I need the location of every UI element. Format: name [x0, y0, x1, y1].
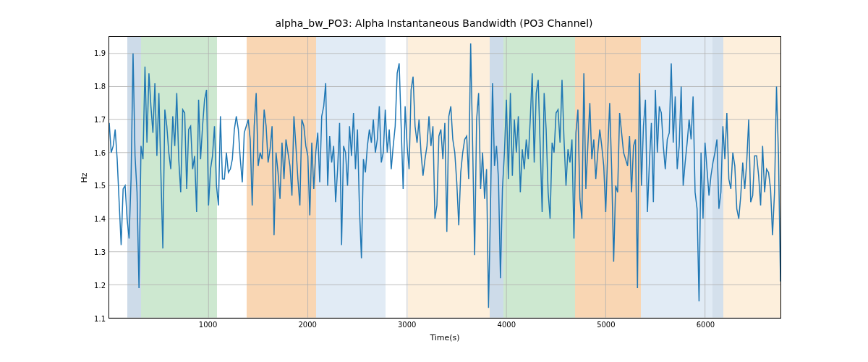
x-tick-label: 3000 — [398, 321, 416, 329]
y-tick-label: 1.7 — [77, 115, 106, 123]
data-line — [109, 37, 780, 318]
y-tick-label: 1.5 — [77, 182, 106, 190]
y-tick-label: 1.2 — [77, 282, 106, 290]
y-tick-label: 1.4 — [77, 215, 106, 223]
y-tick-label: 1.1 — [77, 315, 106, 323]
axes — [109, 36, 781, 319]
y-tick-label: 1.8 — [77, 82, 106, 90]
y-tick-label: 1.9 — [77, 49, 106, 56]
y-tick-label: 1.3 — [77, 248, 106, 256]
plot-area — [109, 36, 781, 319]
y-tick-label: 1.6 — [77, 148, 106, 156]
figure: alpha_bw_PO3: Alpha Instantaneous Bandwi… — [0, 0, 868, 362]
chart-title: alpha_bw_PO3: Alpha Instantaneous Bandwi… — [0, 17, 868, 29]
x-axis-label: Time(s) — [109, 333, 781, 342]
x-tick-label: 1000 — [199, 321, 217, 329]
y-axis-label: Hz — [78, 36, 90, 319]
x-tick-label: 4000 — [498, 321, 516, 329]
x-tick-label: 2000 — [298, 321, 316, 329]
x-tick-label: 5000 — [597, 321, 615, 329]
x-tick-label: 6000 — [697, 321, 715, 329]
